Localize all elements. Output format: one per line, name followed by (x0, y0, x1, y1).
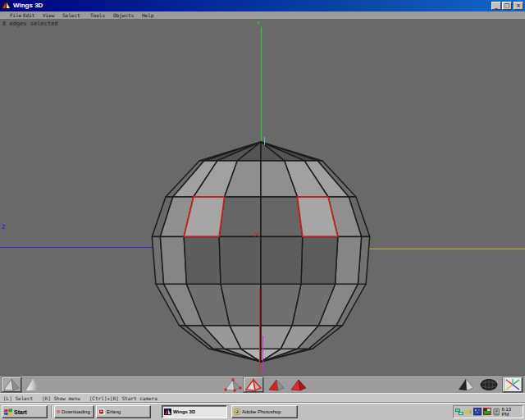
show-axes-button[interactable] (503, 377, 523, 392)
task-button-label: Adobe Photoshop (242, 409, 281, 414)
volume-tray-icon[interactable] (465, 408, 472, 416)
network-tray-icon[interactable] (455, 408, 463, 416)
windows-taskbar: Start Downloading File: /wings/... Erlan… (0, 403, 525, 420)
task-button-label: Downloading File: /wings/... (62, 409, 92, 414)
task-button-wings3d[interactable]: Wings 3D (162, 405, 227, 418)
smooth-cone-icon (25, 378, 41, 391)
half-shaded-pyramid-icon (458, 378, 474, 391)
title-bar[interactable]: Wings 3D _ □ × (0, 0, 525, 11)
axes-icon (504, 378, 521, 391)
workmode-toggle-button[interactable] (456, 377, 476, 392)
windows-logo-icon (4, 409, 12, 416)
window-title: Wings 3D (13, 0, 43, 11)
mesh-face (261, 236, 303, 284)
maximize-button[interactable]: □ (502, 2, 512, 10)
z-axis-label: Z (2, 224, 5, 231)
menu-file[interactable]: File (10, 12, 21, 19)
menu-view[interactable]: View (43, 12, 54, 19)
icon-toolbar (0, 375, 525, 393)
mesh-face (261, 197, 303, 236)
scheduler-tray-icon[interactable] (483, 408, 491, 416)
flat-pyramid-icon (3, 378, 20, 391)
menu-bar: File Edit View Select Tools Objects Help (0, 11, 525, 19)
task-button-label: Erlang (107, 409, 121, 414)
flat-shading-button[interactable] (2, 377, 21, 392)
edge-mode-button[interactable] (244, 377, 263, 392)
minimize-button[interactable]: _ (491, 2, 501, 10)
display-tray-icon[interactable] (473, 408, 482, 416)
y-axis-label: Y (257, 21, 261, 27)
task-button-photoshop[interactable]: Adobe Photoshop (231, 405, 298, 418)
mesh-face (336, 236, 362, 284)
wings3d-logo-icon (2, 2, 11, 10)
body-mode-button[interactable] (289, 377, 308, 392)
wireframe-toggle-button[interactable] (479, 377, 499, 392)
menu-help[interactable]: Help (142, 12, 153, 19)
status-bar: [L] Select [R] Show menu [Ctrl]+[R] Star… (0, 393, 525, 403)
menu-select[interactable]: Select (62, 12, 80, 19)
mesh-face (160, 236, 186, 284)
mesh-face (184, 236, 221, 284)
mouse-hint-text: [L] Select [R] Show menu [Ctrl]+[R] Star… (3, 395, 158, 401)
menu-edit[interactable]: Edit (23, 12, 34, 19)
close-button[interactable]: × (514, 2, 523, 10)
mesh-face (219, 236, 261, 284)
start-button[interactable]: Start (2, 405, 48, 418)
task-button-erlang[interactable]: Erlang (96, 405, 151, 418)
taskbar-clock[interactable]: 6:13 PM (501, 407, 521, 417)
device-tray-icon[interactable] (493, 408, 500, 416)
system-tray: 6:13 PM (453, 405, 523, 418)
task-button-label: Wings 3D (173, 409, 195, 414)
face-mode-button[interactable] (267, 377, 286, 392)
scene-canvas[interactable]: YZ (0, 19, 525, 375)
menu-objects[interactable]: Objects (113, 12, 134, 19)
wings3d-app-icon (164, 409, 171, 415)
wireframe-sphere-icon (479, 378, 499, 391)
body-mode-icon (290, 378, 308, 392)
viewport-3d[interactable]: YZ 8 edges selected (0, 19, 525, 375)
mesh-face (219, 197, 261, 236)
desktop: { "window": { "title": "Wings 3D", "cont… (0, 0, 525, 420)
erlang-app-icon (98, 409, 105, 415)
task-button-download[interactable]: Downloading File: /wings/... (54, 405, 94, 418)
photoshop-app-icon (234, 409, 240, 415)
face-mode-icon (267, 378, 285, 392)
mesh-face (301, 236, 338, 284)
selection-info-text: 8 edges selected (2, 21, 57, 27)
vertex-mode-icon (224, 378, 242, 392)
edge-mode-icon (244, 378, 262, 392)
smooth-shading-button[interactable] (23, 377, 43, 392)
vertex-mode-button[interactable] (223, 377, 243, 392)
menu-tools[interactable]: Tools (90, 12, 105, 19)
download-app-icon (57, 409, 60, 415)
start-label: Start (14, 409, 27, 415)
taskbar-divider (51, 406, 52, 418)
